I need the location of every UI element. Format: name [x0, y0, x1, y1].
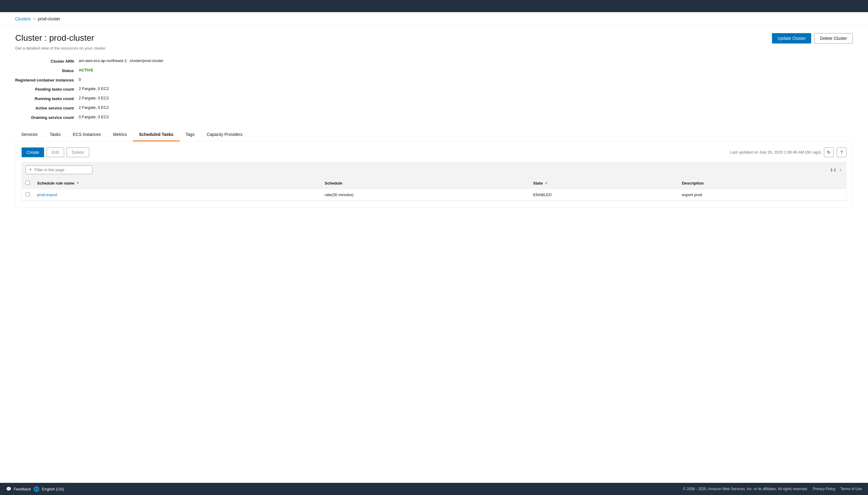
breadcrumb: Clusters > prod-cluster [0, 12, 868, 26]
privacy-policy-link[interactable]: Privacy Policy [813, 487, 836, 491]
row-state: ENABLED [529, 189, 678, 200]
cluster-arn-label: Cluster ARN [15, 58, 79, 65]
active-service-label: Active service count [15, 105, 79, 112]
th-state-label: State [533, 181, 543, 186]
bottom-bar: 💬 Feedback 🌐 English (US) © 2008 - 2020,… [0, 483, 868, 495]
pending-tasks-label: Pending tasks count [15, 86, 79, 93]
th-schedule-label: Schedule [324, 181, 342, 186]
th-state: State ▼ [529, 177, 678, 189]
running-tasks-value: 2 Fargate, 0 EC2 [79, 95, 228, 102]
row-schedule: rate(30 minutes) [321, 189, 529, 200]
tab-capacity-providers[interactable]: Capacity Providers [200, 128, 249, 141]
row-checkbox-cell [22, 189, 33, 200]
th-description: Description [678, 177, 846, 189]
toolbar-left: Create Edit Delete [22, 148, 89, 157]
tab-tags[interactable]: Tags [180, 128, 201, 141]
filter-pagination-row: ▼ ‹ 1-1 › [22, 163, 846, 177]
feedback-label: Feedback [14, 487, 31, 491]
filter-wrapper: ▼ [25, 166, 92, 174]
help-icon: ? [840, 150, 843, 155]
tab-metrics[interactable]: Metrics [107, 128, 133, 141]
page-subtitle: Get a detailed view of the resources on … [15, 46, 853, 50]
scheduled-tasks-table: Schedule rule name ▼ Schedule State [22, 177, 846, 201]
toolbar-right: Last updated on July 29, 2020 1:08:46 AM… [730, 148, 846, 157]
registered-container-value: 0 [79, 76, 228, 84]
filter-icon: ▼ [29, 168, 32, 172]
page-title: Cluster : prod-cluster [15, 33, 94, 43]
sort-icon-schedule-rule-name: ▼ [76, 181, 79, 185]
th-schedule-rule-name: Schedule rule name ▼ [33, 177, 321, 189]
feedback-section[interactable]: 💬 Feedback 🌐 English (US) [6, 486, 64, 492]
tab-content-scheduled-tasks: Create Edit Delete Last updated on July … [15, 141, 853, 207]
refresh-button[interactable]: ↻ [824, 148, 834, 157]
schedule-rule-name-link[interactable]: prod-export [37, 192, 57, 197]
last-updated-text: Last updated on July 29, 2020 1:08:46 AM… [730, 150, 821, 154]
bottom-right: © 2008 - 2020, Amazon Web Services, Inc.… [683, 487, 862, 491]
refresh-icon: ↻ [827, 150, 831, 155]
tabs-container: Services Tasks ECS Instances Metrics Sch… [15, 128, 853, 141]
terms-of-use-link[interactable]: Terms of Use [840, 487, 862, 491]
help-button[interactable]: ? [837, 148, 846, 157]
breadcrumb-separator: > [33, 17, 35, 21]
copyright-text: © 2008 - 2020, Amazon Web Services, Inc.… [683, 487, 808, 491]
select-all-column [22, 177, 33, 189]
row-schedule-rule-name: prod-export [33, 189, 321, 200]
tab-scheduled-tasks[interactable]: Scheduled Tasks [133, 128, 179, 141]
breadcrumb-clusters-link[interactable]: Clusters [15, 16, 31, 21]
th-schedule-rule-name-label: Schedule rule name [37, 181, 74, 186]
cluster-status-label: Status [15, 67, 79, 74]
breadcrumb-current: prod-cluster [38, 16, 60, 21]
cluster-arn-value: arn:aws:ecs:ap-northeast-1: :cluster/pro… [79, 58, 228, 65]
table-wrapper: ▼ ‹ 1-1 › [22, 162, 846, 201]
row-description: export prod [678, 189, 846, 200]
draining-service-value: 0 Fargate, 0 EC2 [79, 114, 228, 121]
language-label: English (US) [42, 487, 64, 491]
draining-service-label: Draining service count [15, 114, 79, 121]
pagination-next-button[interactable]: › [838, 167, 843, 172]
header-actions: Update Cluster Delete Cluster [772, 33, 853, 44]
page-header: Cluster : prod-cluster Update Cluster De… [15, 33, 853, 44]
row-checkbox[interactable] [25, 192, 30, 197]
sort-state[interactable]: State ▼ [533, 181, 675, 186]
table-header-row: Schedule rule name ▼ Schedule State [22, 177, 846, 189]
pagination-prev-button[interactable]: ‹ [824, 167, 828, 172]
create-button[interactable]: Create [22, 148, 44, 157]
delete-button[interactable]: Delete [67, 148, 89, 157]
update-cluster-button[interactable]: Update Cluster [772, 33, 811, 44]
sort-icon-state: ▼ [545, 181, 548, 185]
table-body: prod-export rate(30 minutes) ENABLED exp… [22, 189, 846, 200]
tab-tasks[interactable]: Tasks [44, 128, 67, 141]
running-tasks-label: Running tasks count [15, 95, 79, 102]
cluster-status-value: ACTIVE [79, 67, 228, 74]
toolbar: Create Edit Delete Last updated on July … [22, 148, 846, 157]
sort-schedule-rule-name[interactable]: Schedule rule name ▼ [37, 181, 317, 186]
th-description-label: Description [682, 181, 704, 186]
pending-tasks-value: 2 Fargate, 0 EC2 [79, 86, 228, 93]
tab-ecs-instances[interactable]: ECS Instances [67, 128, 107, 141]
pagination: ‹ 1-1 › [824, 167, 843, 172]
tab-services[interactable]: Services [15, 128, 44, 141]
active-service-value: 2 Fargate, 0 EC2 [79, 105, 228, 112]
select-all-checkbox[interactable] [25, 181, 30, 185]
registered-container-label: Registered container instances [15, 76, 79, 84]
cluster-info: Cluster ARN arn:aws:ecs:ap-northeast-1: … [15, 58, 228, 121]
th-schedule: Schedule [321, 177, 529, 189]
globe-icon: 🌐 [33, 486, 39, 492]
table-row: prod-export rate(30 minutes) ENABLED exp… [22, 189, 846, 200]
top-navigation-bar [0, 0, 868, 12]
pagination-range: 1-1 [830, 168, 836, 172]
feedback-icon: 💬 [6, 487, 11, 491]
edit-button[interactable]: Edit [47, 148, 64, 157]
filter-input[interactable] [25, 166, 92, 174]
delete-cluster-button[interactable]: Delete Cluster [814, 33, 853, 44]
